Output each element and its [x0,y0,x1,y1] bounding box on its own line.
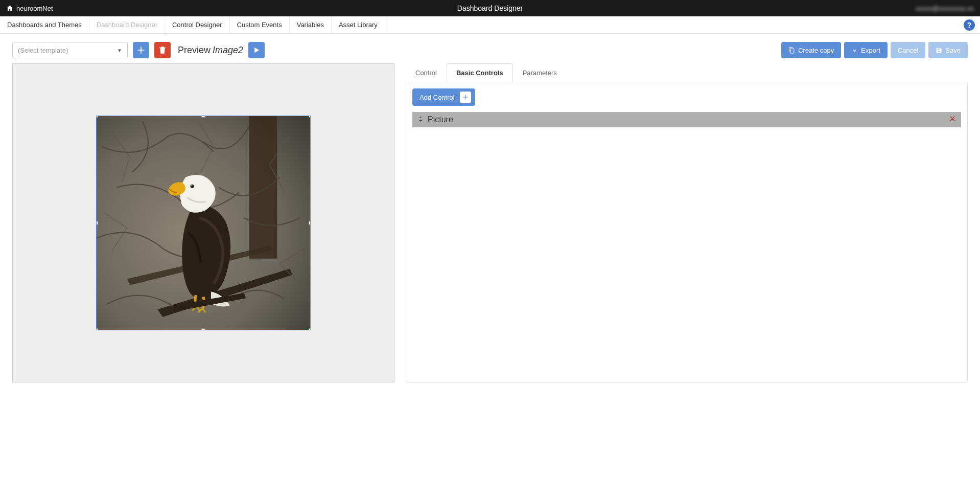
nav-tab-dashboard-designer: Dashboard Designer [89,16,165,33]
side-panel-body: Add Control Picture [406,82,968,382]
resize-handle-tr[interactable] [309,116,311,118]
drag-handle-icon[interactable] [417,115,424,124]
svg-rect-1 [249,116,277,259]
preview-name: Image2 [213,45,243,56]
resize-handle-tm[interactable] [202,116,205,118]
home-icon[interactable] [6,5,13,12]
tab-parameters[interactable]: Parameters [513,63,567,82]
preview-label-group: Preview Image2 [178,45,243,56]
svg-point-3 [191,185,192,186]
play-button[interactable] [248,42,265,58]
side-tabs: Control Basic Controls Parameters [406,63,968,82]
main-layout: Control Basic Controls Parameters Add Co… [0,63,980,393]
resize-handle-br[interactable] [309,328,311,330]
delete-button[interactable] [154,42,171,58]
resize-handle-tl[interactable] [96,116,98,118]
create-copy-button[interactable]: Create copy [781,42,841,58]
control-list-item[interactable]: Picture [412,112,961,127]
nav-tab-asset-library[interactable]: Asset Library [332,16,385,33]
add-button[interactable] [133,42,149,58]
nav-tabs: Dashboards and Themes Dashboard Designer… [0,16,980,34]
image-content [97,116,310,330]
tab-control[interactable]: Control [406,63,447,82]
page-title: Dashboard Designer [457,4,523,12]
svg-point-2 [191,185,194,188]
side-panel: Control Basic Controls Parameters Add Co… [406,63,968,382]
create-copy-label: Create copy [798,47,834,54]
save-label: Save [945,47,961,54]
resize-handle-mr[interactable] [309,221,311,225]
caret-down-icon: ▼ [117,48,122,53]
add-control-label: Add Control [419,94,455,101]
resize-handle-bm[interactable] [202,328,205,330]
cancel-button[interactable]: Cancel [891,42,925,58]
selected-image-control[interactable] [96,116,311,330]
save-button[interactable]: Save [928,42,968,58]
add-control-button[interactable]: Add Control [412,88,475,106]
resize-handle-bl[interactable] [96,328,98,330]
help-button[interactable]: ? [964,19,975,31]
nav-tab-control-designer[interactable]: Control Designer [165,16,230,33]
export-label: Export [861,47,880,54]
user-info[interactable]: xxxxx@xxxxxxxx.xx [916,5,974,12]
control-item-label: Picture [428,115,453,124]
nav-tab-variables[interactable]: Variables [290,16,332,33]
template-select[interactable]: (Select template) ▼ [12,42,128,58]
design-canvas[interactable] [12,63,394,382]
resize-handle-ml[interactable] [96,221,98,225]
nav-tab-custom-events[interactable]: Custom Events [230,16,290,33]
nav-tab-dashboards-themes[interactable]: Dashboards and Themes [0,16,89,33]
template-placeholder: (Select template) [18,47,68,54]
cancel-label: Cancel [898,47,918,54]
export-button[interactable]: Export [844,42,888,58]
toolbar: (Select template) ▼ Preview Image2 Creat… [0,34,980,63]
plus-icon [460,92,471,103]
tab-basic-controls[interactable]: Basic Controls [447,63,513,82]
topbar: neuroomNet Dashboard Designer xxxxx@xxxx… [0,0,980,16]
preview-label: Preview [178,45,211,56]
brand-label[interactable]: neuroomNet [16,5,53,12]
delete-control-button[interactable] [949,115,956,124]
